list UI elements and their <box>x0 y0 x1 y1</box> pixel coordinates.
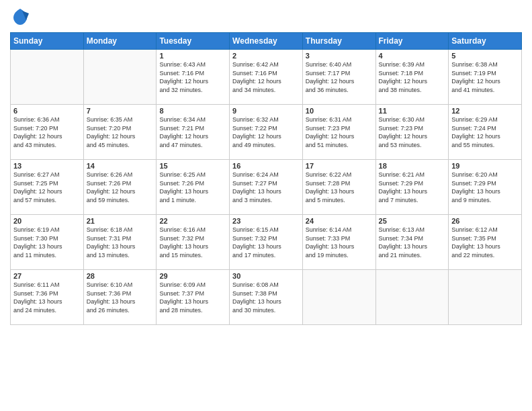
weekday-header-saturday: Saturday <box>449 33 522 50</box>
calendar-cell: 30Sunrise: 6:08 AM Sunset: 7:38 PM Dayli… <box>230 270 303 325</box>
week-row-5: 27Sunrise: 6:11 AM Sunset: 7:36 PM Dayli… <box>11 270 522 325</box>
calendar-cell: 29Sunrise: 6:09 AM Sunset: 7:37 PM Dayli… <box>157 270 230 325</box>
calendar-cell: 8Sunrise: 6:34 AM Sunset: 7:21 PM Daylig… <box>157 105 230 160</box>
calendar-cell: 18Sunrise: 6:21 AM Sunset: 7:29 PM Dayli… <box>375 160 449 215</box>
calendar-cell: 13Sunrise: 6:27 AM Sunset: 7:25 PM Dayli… <box>11 160 84 215</box>
calendar-cell: 6Sunrise: 6:36 AM Sunset: 7:20 PM Daylig… <box>11 105 84 160</box>
day-number: 9 <box>232 107 300 115</box>
day-detail: Sunrise: 6:20 AM Sunset: 7:29 PM Dayligh… <box>451 171 519 204</box>
day-detail: Sunrise: 6:29 AM Sunset: 7:24 PM Dayligh… <box>451 116 519 149</box>
day-number: 29 <box>159 272 226 280</box>
week-row-4: 20Sunrise: 6:19 AM Sunset: 7:30 PM Dayli… <box>11 215 522 270</box>
day-detail: Sunrise: 6:16 AM Sunset: 7:32 PM Dayligh… <box>159 226 226 259</box>
day-detail: Sunrise: 6:35 AM Sunset: 7:20 PM Dayligh… <box>87 116 154 149</box>
weekday-header-friday: Friday <box>375 33 449 50</box>
calendar-table: SundayMondayTuesdayWednesdayThursdayFrid… <box>10 32 522 325</box>
calendar-cell: 28Sunrise: 6:10 AM Sunset: 7:36 PM Dayli… <box>83 270 157 325</box>
day-number: 28 <box>87 272 154 280</box>
day-detail: Sunrise: 6:10 AM Sunset: 7:36 PM Dayligh… <box>87 281 154 314</box>
day-detail: Sunrise: 6:26 AM Sunset: 7:26 PM Dayligh… <box>87 171 154 204</box>
calendar-cell: 1Sunrise: 6:43 AM Sunset: 7:16 PM Daylig… <box>157 50 230 105</box>
day-number: 27 <box>13 272 81 280</box>
day-detail: Sunrise: 6:30 AM Sunset: 7:23 PM Dayligh… <box>379 116 446 149</box>
day-number: 22 <box>159 217 226 225</box>
logo-icon <box>10 7 30 27</box>
day-number: 14 <box>87 162 154 170</box>
day-detail: Sunrise: 6:19 AM Sunset: 7:30 PM Dayligh… <box>13 226 81 259</box>
day-number: 25 <box>379 217 446 225</box>
day-detail: Sunrise: 6:42 AM Sunset: 7:16 PM Dayligh… <box>232 60 300 94</box>
calendar-cell: 16Sunrise: 6:24 AM Sunset: 7:27 PM Dayli… <box>230 160 303 215</box>
calendar-cell <box>11 50 84 105</box>
calendar-cell: 20Sunrise: 6:19 AM Sunset: 7:30 PM Dayli… <box>11 215 84 270</box>
day-detail: Sunrise: 6:12 AM Sunset: 7:35 PM Dayligh… <box>451 226 519 259</box>
day-detail: Sunrise: 6:32 AM Sunset: 7:22 PM Dayligh… <box>232 116 300 149</box>
calendar-cell <box>302 270 375 325</box>
calendar-cell: 11Sunrise: 6:30 AM Sunset: 7:23 PM Dayli… <box>375 105 449 160</box>
day-number: 30 <box>232 272 300 280</box>
day-number: 6 <box>13 107 81 115</box>
week-row-3: 13Sunrise: 6:27 AM Sunset: 7:25 PM Dayli… <box>11 160 522 215</box>
day-detail: Sunrise: 6:31 AM Sunset: 7:23 PM Dayligh… <box>306 116 373 149</box>
day-number: 24 <box>306 217 373 225</box>
calendar-cell: 17Sunrise: 6:22 AM Sunset: 7:28 PM Dayli… <box>302 160 375 215</box>
calendar-cell: 7Sunrise: 6:35 AM Sunset: 7:20 PM Daylig… <box>83 105 157 160</box>
day-detail: Sunrise: 6:39 AM Sunset: 7:18 PM Dayligh… <box>379 60 446 94</box>
weekday-header-wednesday: Wednesday <box>230 33 303 50</box>
calendar-cell: 5Sunrise: 6:38 AM Sunset: 7:19 PM Daylig… <box>449 50 522 105</box>
calendar-cell: 21Sunrise: 6:18 AM Sunset: 7:31 PM Dayli… <box>83 215 157 270</box>
weekday-header-sunday: Sunday <box>11 33 84 50</box>
day-number: 16 <box>232 162 300 170</box>
day-number: 4 <box>379 52 446 60</box>
day-detail: Sunrise: 6:34 AM Sunset: 7:21 PM Dayligh… <box>159 116 226 149</box>
calendar-cell: 15Sunrise: 6:25 AM Sunset: 7:26 PM Dayli… <box>157 160 230 215</box>
calendar-cell: 4Sunrise: 6:39 AM Sunset: 7:18 PM Daylig… <box>375 50 449 105</box>
week-row-2: 6Sunrise: 6:36 AM Sunset: 7:20 PM Daylig… <box>11 105 522 160</box>
day-number: 21 <box>87 217 154 225</box>
day-detail: Sunrise: 6:43 AM Sunset: 7:16 PM Dayligh… <box>159 60 226 94</box>
day-number: 8 <box>159 107 226 115</box>
header <box>10 7 522 27</box>
day-detail: Sunrise: 6:22 AM Sunset: 7:28 PM Dayligh… <box>306 171 373 204</box>
page: SundayMondayTuesdayWednesdayThursdayFrid… <box>0 0 532 411</box>
calendar-cell: 27Sunrise: 6:11 AM Sunset: 7:36 PM Dayli… <box>11 270 84 325</box>
day-number: 10 <box>306 107 373 115</box>
calendar-cell <box>375 270 449 325</box>
day-detail: Sunrise: 6:36 AM Sunset: 7:20 PM Dayligh… <box>13 116 81 149</box>
day-detail: Sunrise: 6:24 AM Sunset: 7:27 PM Dayligh… <box>232 171 300 204</box>
logo <box>10 7 32 27</box>
day-number: 13 <box>13 162 81 170</box>
day-detail: Sunrise: 6:40 AM Sunset: 7:17 PM Dayligh… <box>306 60 373 94</box>
day-detail: Sunrise: 6:14 AM Sunset: 7:33 PM Dayligh… <box>306 226 373 259</box>
calendar-cell: 12Sunrise: 6:29 AM Sunset: 7:24 PM Dayli… <box>449 105 522 160</box>
day-detail: Sunrise: 6:18 AM Sunset: 7:31 PM Dayligh… <box>87 226 154 259</box>
day-number: 15 <box>159 162 226 170</box>
day-number: 20 <box>13 217 81 225</box>
day-number: 26 <box>451 217 519 225</box>
day-detail: Sunrise: 6:09 AM Sunset: 7:37 PM Dayligh… <box>159 281 226 314</box>
day-number: 5 <box>451 52 519 60</box>
day-detail: Sunrise: 6:15 AM Sunset: 7:32 PM Dayligh… <box>232 226 300 259</box>
day-detail: Sunrise: 6:08 AM Sunset: 7:38 PM Dayligh… <box>232 281 300 314</box>
day-number: 17 <box>306 162 373 170</box>
week-row-1: 1Sunrise: 6:43 AM Sunset: 7:16 PM Daylig… <box>11 50 522 105</box>
weekday-header-thursday: Thursday <box>302 33 375 50</box>
day-detail: Sunrise: 6:38 AM Sunset: 7:19 PM Dayligh… <box>451 60 519 94</box>
calendar-cell: 9Sunrise: 6:32 AM Sunset: 7:22 PM Daylig… <box>230 105 303 160</box>
calendar-cell: 3Sunrise: 6:40 AM Sunset: 7:17 PM Daylig… <box>302 50 375 105</box>
weekday-header-monday: Monday <box>83 33 157 50</box>
calendar-cell: 14Sunrise: 6:26 AM Sunset: 7:26 PM Dayli… <box>83 160 157 215</box>
calendar-cell: 19Sunrise: 6:20 AM Sunset: 7:29 PM Dayli… <box>449 160 522 215</box>
day-detail: Sunrise: 6:27 AM Sunset: 7:25 PM Dayligh… <box>13 171 81 204</box>
weekday-header-tuesday: Tuesday <box>157 33 230 50</box>
day-number: 1 <box>159 52 226 60</box>
calendar-cell: 24Sunrise: 6:14 AM Sunset: 7:33 PM Dayli… <box>302 215 375 270</box>
calendar-cell: 23Sunrise: 6:15 AM Sunset: 7:32 PM Dayli… <box>230 215 303 270</box>
day-number: 18 <box>379 162 446 170</box>
day-number: 2 <box>232 52 300 60</box>
day-detail: Sunrise: 6:11 AM Sunset: 7:36 PM Dayligh… <box>13 281 81 314</box>
day-detail: Sunrise: 6:13 AM Sunset: 7:34 PM Dayligh… <box>379 226 446 259</box>
day-detail: Sunrise: 6:21 AM Sunset: 7:29 PM Dayligh… <box>379 171 446 204</box>
calendar-cell <box>449 270 522 325</box>
calendar-cell: 22Sunrise: 6:16 AM Sunset: 7:32 PM Dayli… <box>157 215 230 270</box>
